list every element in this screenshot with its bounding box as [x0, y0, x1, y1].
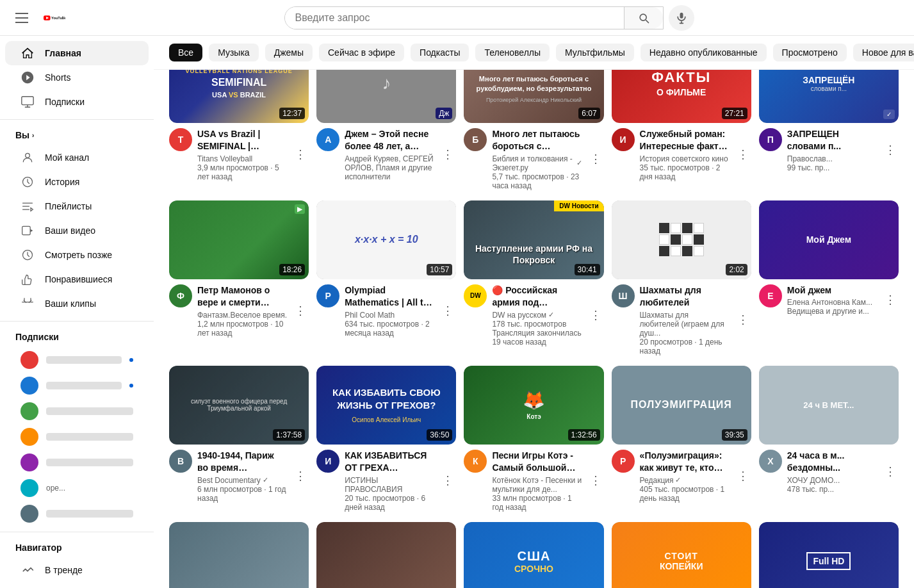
- filter-chip-viewed[interactable]: Просмотрено: [773, 44, 847, 61]
- video-channel-v8: DW на русском ✓: [492, 311, 582, 320]
- search-button[interactable]: [624, 7, 663, 29]
- more-button-v1[interactable]: ⋮: [292, 128, 309, 181]
- mic-button[interactable]: [669, 5, 694, 31]
- sidebar-item-shorts[interactable]: Shorts: [5, 65, 149, 90]
- video-thumb-v11: силуэт военного офицера перед Триумфальн…: [169, 366, 309, 445]
- video-title-v6: Петр Мамонов о вере и смерти (самое важн…: [197, 284, 287, 309]
- video-card-v13[interactable]: 🦊 Котэ 1:32:56 К Песни Игры Котэ - Самый…: [464, 366, 603, 512]
- video-duration-v4: 27:21: [722, 108, 747, 119]
- subscription-item-6[interactable]: ope...: [5, 475, 149, 501]
- sidebar-item-my-videos[interactable]: Ваши видео: [5, 218, 149, 243]
- filter-chip-podcasts[interactable]: Подкасты: [411, 44, 469, 61]
- more-button-v2[interactable]: ⋮: [439, 128, 456, 181]
- more-button-v6[interactable]: ⋮: [292, 284, 309, 338]
- watch-later-label: Смотреть позже: [45, 250, 112, 260]
- video-card-v19[interactable]: СТОИТ КОПЕЙКИ ⋮: [612, 522, 751, 588]
- sidebar-item-watch-later[interactable]: Смотреть позже: [5, 243, 149, 267]
- filter-chip-all[interactable]: Все: [169, 44, 202, 61]
- filter-bar: Все Музыка Джемы Сейчас в эфире Подкасты…: [154, 36, 914, 70]
- video-card-v18[interactable]: США СРОЧНО ⋮: [464, 522, 603, 588]
- sidebar-item-music[interactable]: Музыка: [5, 582, 149, 588]
- video-card-v15[interactable]: 24 ч В МЕТ... Х 24 часа в м... бездомны.…: [759, 366, 899, 512]
- sidebar-item-home[interactable]: Главная: [5, 41, 149, 65]
- more-button-v5[interactable]: ⋮: [882, 128, 899, 172]
- video-card-v11[interactable]: силуэт военного офицера перед Триумфальн…: [169, 366, 309, 512]
- subscription-item-5[interactable]: [5, 450, 149, 475]
- sidebar-item-liked[interactable]: Понравившиеся: [5, 267, 149, 291]
- subscription-item-1[interactable]: [5, 347, 149, 373]
- subscription-item-7[interactable]: [5, 501, 149, 527]
- navigator-section-title: Навигатор: [0, 537, 154, 558]
- sub-dot-2: [129, 384, 133, 388]
- video-info-v11: B 1940-1944, Париж во время оккупации: н…: [169, 445, 309, 503]
- more-button-v12[interactable]: ⋮: [439, 450, 456, 512]
- video-card-v16[interactable]: ⋮: [169, 522, 309, 588]
- video-grid: VOLLEYBALL NATIONS LEAGUE SEMIFINAL USA …: [154, 34, 914, 588]
- filter-chip-djems[interactable]: Джемы: [265, 44, 313, 61]
- video-card-v14[interactable]: ПОЛУЭМИГРАЦИЯ 39:35 Р «Полуэмиграция»: к…: [612, 366, 751, 512]
- filter-chip-telenovelas[interactable]: Теленовеллы: [475, 44, 550, 61]
- sidebar-item-my-channel[interactable]: Мой канал: [5, 145, 149, 170]
- video-card-v17[interactable]: ⋮: [316, 522, 456, 588]
- video-info-v6: Ф Петр Мамонов о вере и смерти (самое ва…: [169, 279, 309, 338]
- more-button-v11[interactable]: ⋮: [292, 450, 309, 503]
- video-card-v10[interactable]: Мой Джем Е Мой джем Елена Антоновна Кам.…: [759, 200, 899, 355]
- header: YouTube RU: [0, 0, 914, 36]
- more-button-v15[interactable]: ⋮: [882, 450, 899, 494]
- youtube-logo-svg: YouTube RU: [44, 10, 65, 26]
- sidebar-item-clips[interactable]: Ваши клипы: [5, 291, 149, 316]
- more-button-v3[interactable]: ⋮: [587, 128, 604, 190]
- more-button-v9[interactable]: ⋮: [735, 284, 751, 355]
- search-input[interactable]: [285, 7, 624, 29]
- video-channel-v6: Фантазм.Веселое время.: [197, 311, 287, 320]
- sub-name-2: [46, 382, 122, 389]
- sidebar: Главная Shorts Подписки Вы › Мой канал И…: [0, 36, 154, 588]
- my-videos-icon: [20, 224, 35, 238]
- more-button-v8[interactable]: ⋮: [587, 284, 604, 347]
- subscription-item-4[interactable]: [5, 424, 149, 450]
- more-button-v14[interactable]: ⋮: [735, 450, 751, 503]
- logo[interactable]: YouTube RU: [44, 10, 65, 26]
- channel-avatar-v13: К: [464, 450, 487, 473]
- video-title-v2: Джем – Этой песне более 48 лет, а словно…: [345, 128, 434, 153]
- more-button-v7[interactable]: ⋮: [439, 284, 456, 338]
- video-meta-v14: 405 тыс. просмотров · 1 день назад: [640, 485, 730, 503]
- more-button-v13[interactable]: ⋮: [587, 450, 604, 512]
- video-title-v1: USA vs Brazil | SEMIFINAL | Highlights |…: [197, 128, 287, 153]
- video-card-v6[interactable]: ▶ 18:26 Ф Петр Мамонов о вере и смерти (…: [169, 200, 309, 355]
- verified-icon-v8: ✓: [548, 311, 554, 319]
- video-card-v12[interactable]: КАК ИЗБАВИТЬ СВОЮ ЖИЗНЬ ОТ ГРЕХОВ? Осипо…: [316, 366, 456, 512]
- liked-label: Понравившиеся: [45, 274, 112, 284]
- you-section-title[interactable]: Вы ›: [0, 125, 154, 145]
- video-card-v7[interactable]: х·х·х + х = 10 10:57 P Olympiad Mathemat…: [316, 200, 456, 355]
- video-card-v9[interactable]: 2:02 Ш Шахматы для любителей Шахматы для…: [612, 200, 751, 355]
- filter-chip-music[interactable]: Музыка: [209, 44, 259, 61]
- sidebar-item-playlists[interactable]: Плейлисты: [5, 194, 149, 218]
- sub-dot-1: [129, 358, 133, 362]
- video-thumb-v7: х·х·х + х = 10 10:57: [316, 200, 456, 279]
- channel-avatar-v11: B: [169, 450, 192, 473]
- subscription-item-2[interactable]: [5, 373, 149, 398]
- video-info-v10: Е Мой джем Елена Антоновна Кам... Ведище…: [759, 279, 899, 316]
- filter-chip-cartoons[interactable]: Мультфильмы: [556, 44, 634, 61]
- video-duration-v9: 2:02: [726, 264, 747, 275]
- video-card-v8[interactable]: DW Новости Наступление армии РФ на Покро…: [464, 200, 603, 355]
- subscription-item-3[interactable]: [5, 398, 149, 424]
- video-info-v7: P Olympiad Mathematics | All the solutio…: [316, 279, 456, 338]
- sidebar-item-history[interactable]: История: [5, 170, 149, 194]
- sidebar-item-trending[interactable]: В тренде: [5, 558, 149, 582]
- video-thumb-v20: Full HD: [759, 522, 899, 588]
- video-details-v3: Много лет пытаюсь бороться с рукоблудием…: [492, 128, 582, 190]
- sidebar-item-subscriptions[interactable]: Подписки: [5, 90, 149, 114]
- video-thumb-v17: [316, 522, 456, 588]
- video-card-v20[interactable]: Full HD ⋮: [759, 522, 899, 588]
- menu-button[interactable]: [10, 8, 33, 28]
- filter-chip-recently[interactable]: Недавно опубликованные: [641, 44, 767, 61]
- history-label: История: [45, 177, 79, 187]
- filter-chip-new-for-you[interactable]: Новое для вас: [853, 44, 914, 61]
- filter-chip-live[interactable]: Сейчас в эфире: [319, 44, 404, 61]
- more-button-v4[interactable]: ⋮: [735, 128, 751, 181]
- video-details-v10: Мой джем Елена Антоновна Кам... Ведищева…: [787, 284, 877, 316]
- sub-avatar-2: [20, 377, 38, 395]
- more-button-v10[interactable]: ⋮: [882, 284, 899, 316]
